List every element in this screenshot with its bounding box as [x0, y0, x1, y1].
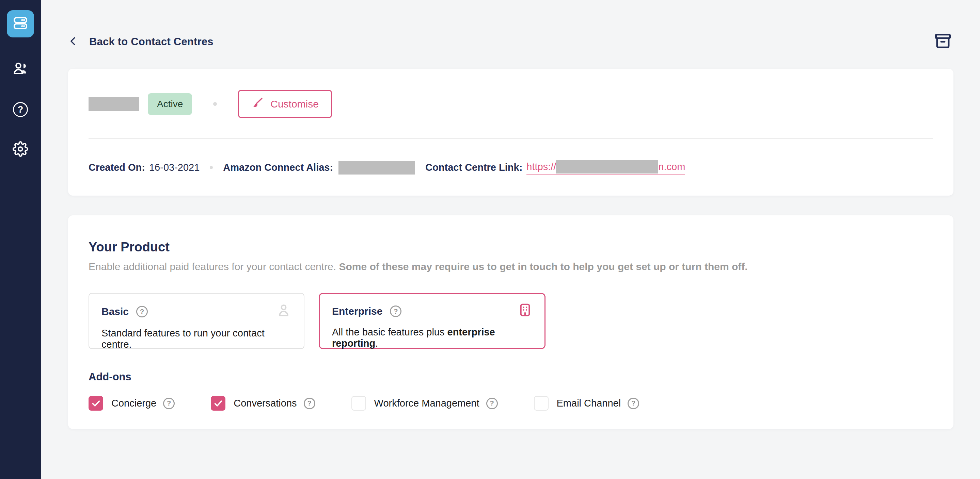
archive-box-icon	[932, 31, 953, 52]
gear-icon	[13, 141, 28, 158]
product-head: Enterprise ?	[332, 304, 532, 319]
checkbox-email-channel[interactable]	[534, 396, 549, 411]
app-logo[interactable]	[7, 10, 34, 37]
archive-button[interactable]	[932, 31, 953, 52]
customise-button-label: Customise	[270, 98, 319, 110]
paintbrush-icon	[251, 97, 264, 111]
chevron-left-icon	[68, 34, 78, 49]
overview-header-row: Active Customise	[89, 90, 933, 118]
back-to-contact-centres-link[interactable]: Back to Contact Centres	[68, 34, 213, 49]
addon-concierge[interactable]: Concierge ?	[89, 396, 175, 411]
app-root: ? Back to Contact Centres	[0, 0, 980, 479]
addon-label: Concierge	[111, 398, 156, 409]
subtitle-bold: Some of these may require us to get in t…	[339, 261, 748, 272]
person-icon	[276, 303, 291, 319]
amazon-connect-alias-label: Amazon Connect Alias:	[223, 162, 333, 173]
question-circle-icon[interactable]: ?	[163, 398, 175, 409]
product-desc: All the basic features plus enterprise r…	[332, 327, 532, 349]
contact-centre-link[interactable]: https:// n.com	[527, 160, 685, 175]
main-content: Back to Contact Centres Active	[41, 0, 980, 479]
link-redacted	[556, 160, 658, 173]
created-on-label: Created On:	[89, 162, 145, 173]
question-circle-icon[interactable]: ?	[628, 398, 639, 409]
sidebar-item-users[interactable]	[12, 61, 29, 78]
product-name: Basic	[102, 306, 129, 317]
your-product-title: Your Product	[89, 240, 933, 254]
product-head: Basic ?	[102, 304, 291, 319]
status-badge: Active	[148, 93, 192, 115]
server-stack-icon	[12, 15, 29, 33]
dot-separator	[213, 102, 217, 106]
addons-row: Concierge ? Conversations ?	[89, 396, 933, 411]
question-circle-icon[interactable]: ?	[390, 306, 401, 317]
contact-centre-overview-card: Active Customise Created On: 16-03-2021	[68, 69, 953, 196]
link-prefix: https://	[527, 161, 556, 173]
subtitle-normal: Enable additional paid features for your…	[89, 261, 339, 272]
check-icon	[213, 398, 223, 409]
addon-label: Conversations	[234, 398, 297, 409]
addon-conversations[interactable]: Conversations ?	[211, 396, 315, 411]
checkbox-conversations[interactable]	[211, 396, 226, 411]
checkbox-workforce-management[interactable]	[352, 396, 366, 411]
contact-centre-name-redacted	[89, 97, 139, 111]
addon-label: Workforce Management	[374, 398, 479, 409]
sidebar: ?	[0, 0, 41, 479]
addon-workforce-management[interactable]: Workforce Management ?	[352, 396, 498, 411]
created-on-value: 16-03-2021	[149, 162, 200, 173]
topbar: Back to Contact Centres	[68, 31, 953, 52]
back-link-label: Back to Contact Centres	[89, 36, 213, 48]
addons-title: Add-ons	[89, 371, 933, 383]
building-icon	[518, 303, 532, 319]
product-desc: Standard features to run your contact ce…	[102, 328, 291, 350]
people-icon	[12, 60, 29, 78]
your-product-subtitle: Enable additional paid features for your…	[89, 260, 933, 273]
question-circle-icon[interactable]: ?	[304, 398, 315, 409]
product-name: Enterprise	[332, 306, 382, 317]
your-product-card: Your Product Enable additional paid feat…	[68, 215, 953, 429]
product-option-enterprise[interactable]: Enterprise ?	[319, 293, 546, 349]
dot-separator	[210, 166, 213, 169]
checkbox-concierge[interactable]	[89, 396, 103, 411]
question-circle-icon[interactable]: ?	[136, 306, 148, 317]
sidebar-item-settings[interactable]	[12, 141, 29, 158]
sidebar-item-help[interactable]: ?	[12, 102, 29, 118]
customise-button[interactable]: Customise	[238, 90, 332, 118]
link-suffix: n.com	[658, 161, 685, 173]
addon-email-channel[interactable]: Email Channel ?	[534, 396, 640, 411]
question-circle-icon[interactable]: ?	[486, 398, 498, 409]
contact-centre-link-label: Contact Centre Link:	[425, 162, 522, 173]
overview-meta-row: Created On: 16-03-2021 Amazon Connect Al…	[89, 160, 933, 175]
addon-label: Email Channel	[557, 398, 621, 409]
alias-value-redacted	[339, 161, 415, 174]
help-icon: ?	[13, 102, 28, 117]
product-options-row: Basic ? Standard features to run your co…	[89, 293, 933, 349]
card-divider	[89, 138, 933, 139]
check-icon	[91, 398, 101, 409]
product-option-basic[interactable]: Basic ? Standard features to run your co…	[89, 293, 304, 349]
